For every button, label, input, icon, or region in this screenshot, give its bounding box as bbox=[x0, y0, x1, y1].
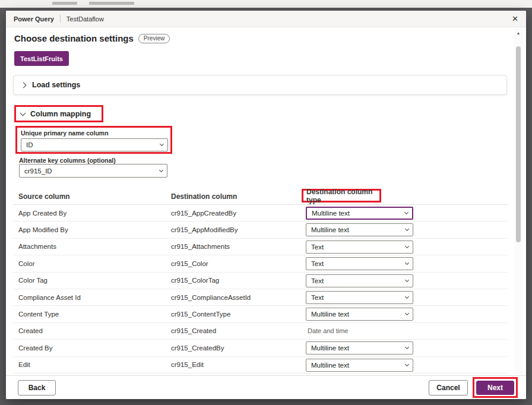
table-row: Compliance Asset Idcr915_ComplianceAsset… bbox=[13, 289, 508, 306]
next-button-annotation: Next bbox=[473, 377, 518, 398]
source-column-value: Created By bbox=[18, 344, 53, 352]
cancel-button[interactable]: Cancel bbox=[429, 380, 468, 395]
chevron-down-icon bbox=[159, 167, 163, 172]
destination-type-value: Multiline text bbox=[312, 210, 350, 217]
table-row: Attachmentscr915_AttachmentsText bbox=[13, 239, 508, 255]
destination-column-value: cr915_AppModifiedBy bbox=[171, 226, 238, 233]
primary-key-dropdown[interactable]: ID bbox=[21, 138, 168, 151]
chevron-right-icon bbox=[21, 82, 27, 88]
destination-type-value: Text bbox=[311, 260, 324, 267]
table-row: Colorcr915_ColorText bbox=[13, 255, 508, 272]
column-mapping-section[interactable]: Column mapping bbox=[30, 110, 91, 118]
close-icon[interactable]: ✕ bbox=[512, 15, 518, 23]
load-settings-label: Load settings bbox=[32, 81, 80, 89]
back-button[interactable]: Back bbox=[18, 380, 56, 395]
table-row: Color Tagcr915_ColorTagText bbox=[13, 273, 508, 289]
destination-column-value: cr915_CreatedBy bbox=[171, 344, 224, 352]
source-column-value: Color Tag bbox=[18, 277, 48, 284]
destination-type-dropdown[interactable]: Multiline text bbox=[306, 223, 413, 236]
destination-type-header: Destination column type bbox=[306, 188, 376, 204]
chevron-down-icon bbox=[405, 345, 409, 349]
source-column-value: Created bbox=[18, 327, 43, 334]
destination-type-dropdown[interactable]: Text bbox=[306, 291, 413, 304]
page-title: Choose destination settings bbox=[14, 33, 134, 43]
chevron-down-icon bbox=[405, 311, 409, 315]
table-row: App Created Bycr915_AppCreatedByMultilin… bbox=[13, 205, 508, 222]
destination-column-value: cr915_Attachments bbox=[171, 243, 230, 250]
header-divider bbox=[60, 15, 61, 23]
page-behind-top-edge bbox=[0, 0, 532, 8]
table-row: Createdcr915_CreatedDate and time bbox=[13, 323, 508, 340]
destination-type-value: Text bbox=[311, 243, 324, 251]
destination-type-dropdown[interactable]: Text bbox=[306, 241, 413, 254]
destination-type-dropdown[interactable]: Multiline text bbox=[306, 359, 413, 372]
destination-type-value: Text bbox=[311, 277, 324, 284]
source-column-value: App Modified By bbox=[18, 226, 68, 233]
scrollbar-thumb[interactable] bbox=[516, 46, 521, 242]
dialog-header: Power Query TestDataflow ✕ bbox=[6, 11, 526, 27]
source-column-value: Color bbox=[18, 260, 34, 267]
destination-type-value: Multiline text bbox=[311, 311, 349, 318]
destination-type-dropdown[interactable]: Text bbox=[306, 274, 413, 287]
title-row: Choose destination settings Preview bbox=[14, 33, 170, 43]
mapping-table-header: Source column Destination column Destina… bbox=[13, 189, 508, 205]
destination-type-dropdown[interactable]: Multiline text bbox=[306, 308, 413, 321]
load-settings-section[interactable]: Load settings bbox=[13, 75, 507, 95]
source-column-value: Attachments bbox=[18, 243, 56, 250]
destination-type-value: Multiline text bbox=[311, 362, 349, 369]
destination-column-value: cr915_ComplianceAssetId bbox=[171, 294, 251, 301]
page-behind-fragment bbox=[52, 2, 77, 5]
chevron-down-icon bbox=[405, 244, 409, 248]
destination-column-header: Destination column bbox=[171, 192, 237, 201]
chevron-down-icon bbox=[160, 142, 164, 146]
source-column-value: Content Type bbox=[18, 311, 59, 318]
app-title: Power Query bbox=[14, 15, 54, 23]
table-row: App Modified Bycr915_AppModifiedByMultil… bbox=[13, 222, 508, 238]
destination-type-value: Multiline text bbox=[311, 226, 349, 233]
source-column-header: Source column bbox=[18, 192, 70, 201]
power-query-dialog: Power Query TestDataflow ✕ Choose destin… bbox=[6, 11, 526, 399]
chevron-down-icon bbox=[405, 227, 409, 231]
destination-type-value: Text bbox=[311, 294, 324, 301]
destination-type-dropdown[interactable]: Multiline text bbox=[306, 341, 413, 355]
column-mapping-annotation: Column mapping bbox=[14, 105, 103, 122]
mapping-rows: App Created Bycr915_AppCreatedByMultilin… bbox=[13, 205, 508, 374]
destination-column-value: cr915_Created bbox=[171, 327, 216, 334]
chevron-down-icon bbox=[405, 295, 409, 299]
alternate-key-dropdown[interactable]: cr915_ID bbox=[19, 164, 167, 178]
scrollbar-up-icon[interactable]: ▲ bbox=[514, 31, 522, 35]
entity-badge-testlistfruits[interactable]: TestListFruits bbox=[14, 51, 69, 66]
source-column-value: App Created By bbox=[18, 210, 66, 217]
destination-type-value: Multiline text bbox=[311, 344, 349, 352]
destination-column-value: cr915_ColorTag bbox=[171, 277, 219, 284]
dialog-footer: Back Cancel Next bbox=[6, 375, 526, 399]
chevron-down-icon bbox=[404, 210, 408, 214]
preview-badge: Preview bbox=[138, 34, 170, 43]
table-row: Editcr915_EditMultiline text bbox=[13, 357, 508, 374]
destination-type-readonly: Date and time bbox=[308, 327, 348, 334]
destination-type-dropdown[interactable]: Multiline text bbox=[306, 207, 413, 220]
chevron-down-icon bbox=[405, 362, 409, 366]
destination-column-value: cr915_AppCreatedBy bbox=[171, 210, 236, 217]
destination-column-value: cr915_Color bbox=[171, 260, 208, 267]
source-column-value: Compliance Asset Id bbox=[18, 294, 81, 301]
primary-key-label: Unique primary name column bbox=[21, 129, 167, 137]
scrollbar[interactable]: ▲ ▼ bbox=[514, 29, 522, 385]
table-row: Created Bycr915_CreatedByMultiline text bbox=[13, 340, 508, 356]
alternate-key-value: cr915_ID bbox=[24, 167, 52, 175]
dataflow-tab[interactable]: TestDataflow bbox=[66, 15, 104, 23]
chevron-down-icon bbox=[405, 278, 409, 282]
destination-column-value: cr915_Edit bbox=[171, 361, 204, 368]
primary-key-annotation: Unique primary name column ID bbox=[15, 126, 172, 154]
chevron-down-icon bbox=[405, 261, 409, 265]
chevron-down-icon bbox=[20, 110, 26, 116]
alternate-key-label: Alternate key columns (optional) bbox=[19, 157, 116, 164]
destination-type-dropdown[interactable]: Text bbox=[306, 257, 413, 270]
source-column-value: Edit bbox=[18, 361, 30, 368]
screen: Power Query TestDataflow ✕ Choose destin… bbox=[0, 0, 532, 405]
primary-key-value: ID bbox=[26, 141, 33, 148]
page-behind-fragment bbox=[89, 2, 134, 5]
next-button[interactable]: Next bbox=[476, 381, 514, 395]
destination-type-annotation: Destination column type bbox=[302, 189, 381, 202]
destination-column-value: cr915_ContentType bbox=[171, 311, 230, 318]
